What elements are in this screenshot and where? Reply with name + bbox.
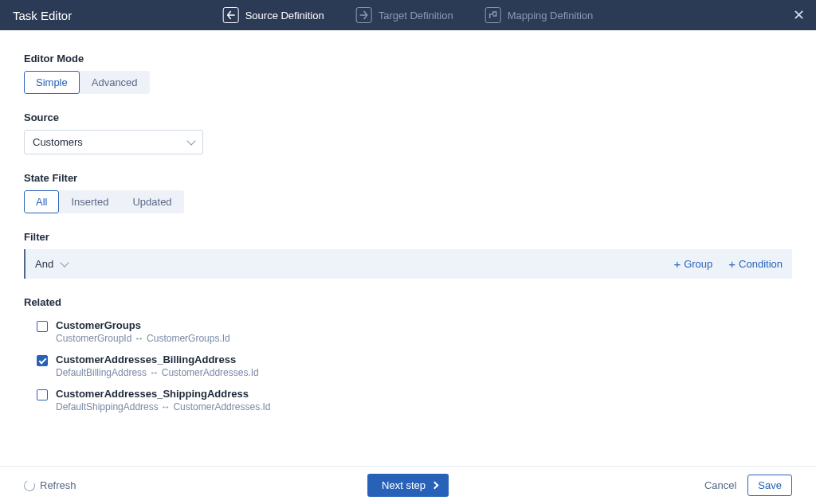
editor-mode-section: Editor Mode Simple Advanced [24, 53, 792, 94]
footer-right: Cancel Save [704, 475, 792, 496]
related-sub: CustomerGroupId ↔ CustomerGroups.Id [56, 333, 230, 344]
related-title: CustomerGroups [56, 319, 230, 331]
filter-section: Filter And + Group + Condition [24, 231, 792, 279]
tab-target-definition[interactable]: Target Definition [356, 7, 453, 23]
plus-icon: + [673, 257, 681, 271]
source-select[interactable]: Customers [24, 130, 203, 154]
tab-label: Target Definition [379, 10, 453, 21]
target-icon [356, 7, 372, 23]
state-inserted[interactable]: Inserted [59, 190, 120, 213]
state-filter-toggle: All Inserted Updated [24, 190, 184, 213]
filter-bar: And + Group + Condition [24, 249, 792, 279]
source-section: Source Customers [24, 111, 792, 154]
chevron-down-icon [60, 258, 69, 267]
state-filter-label: State Filter [24, 172, 792, 184]
related-item: CustomerAddresses_BillingAddress Default… [24, 349, 792, 383]
filter-label: Filter [24, 231, 792, 243]
footer-bar: Refresh Next step Cancel Save [0, 466, 816, 504]
editor-mode-label: Editor Mode [24, 53, 792, 64]
related-body: CustomerGroups CustomerGroupId ↔ Custome… [56, 319, 230, 344]
source-icon [223, 7, 239, 23]
add-condition-label: Condition [739, 258, 783, 270]
footer-center: Next step [367, 474, 449, 497]
filter-operator-select[interactable]: And [35, 258, 68, 270]
mode-simple[interactable]: Simple [24, 71, 80, 94]
tab-label: Mapping Definition [508, 10, 594, 21]
refresh-icon [22, 479, 37, 493]
tab-mapping-definition[interactable]: Mapping Definition [485, 7, 594, 23]
related-label: Related [24, 296, 792, 308]
tab-source-definition[interactable]: Source Definition [223, 7, 324, 23]
filter-operator-value: And [35, 258, 53, 270]
next-step-button[interactable]: Next step [367, 474, 449, 497]
state-updated[interactable]: Updated [120, 190, 183, 213]
add-condition-button[interactable]: + Condition [728, 257, 783, 271]
related-title: CustomerAddresses_ShippingAddress [56, 388, 270, 400]
related-checkbox[interactable] [37, 321, 48, 332]
related-sub: DefaultBillingAddress ↔ CustomerAddresse… [56, 367, 259, 378]
next-label: Next step [382, 479, 426, 491]
chevron-down-icon [186, 136, 195, 145]
cancel-button[interactable]: Cancel [704, 479, 736, 491]
related-sub: DefaultShippingAddress ↔ CustomerAddress… [56, 401, 270, 412]
related-body: CustomerAddresses_ShippingAddress Defaul… [56, 388, 270, 412]
editor-mode-toggle: Simple Advanced [24, 71, 150, 94]
related-checkbox[interactable] [37, 389, 48, 400]
content-area: Editor Mode Simple Advanced Source Custo… [0, 30, 816, 417]
plus-icon: + [728, 257, 736, 271]
related-body: CustomerAddresses_BillingAddress Default… [56, 354, 259, 378]
refresh-button[interactable]: Refresh [24, 479, 76, 491]
related-checkbox[interactable] [37, 355, 48, 366]
add-group-label: Group [684, 258, 712, 270]
page-title: Task Editor [13, 9, 72, 22]
state-all[interactable]: All [24, 190, 59, 213]
related-item: CustomerGroups CustomerGroupId ↔ Custome… [24, 315, 792, 349]
wizard-tabs: Source Definition Target Definition Mapp… [223, 7, 594, 23]
save-button[interactable]: Save [747, 475, 792, 496]
filter-actions: + Group + Condition [673, 257, 783, 271]
related-title: CustomerAddresses_BillingAddress [56, 354, 259, 365]
source-value: Customers [33, 136, 83, 148]
mode-advanced[interactable]: Advanced [80, 71, 150, 94]
related-item: CustomerAddresses_ShippingAddress Defaul… [24, 383, 792, 417]
mapping-icon [485, 7, 501, 23]
related-section: Related CustomerGroups CustomerGroupId ↔… [24, 296, 792, 417]
close-icon[interactable]: ✕ [793, 6, 805, 24]
state-filter-section: State Filter All Inserted Updated [24, 172, 792, 213]
header-bar: Task Editor Source Definition Target Def… [0, 0, 816, 30]
tab-label: Source Definition [245, 10, 324, 21]
refresh-label: Refresh [40, 479, 76, 491]
chevron-right-icon [431, 482, 439, 490]
source-label: Source [24, 111, 792, 123]
add-group-button[interactable]: + Group [673, 257, 712, 271]
